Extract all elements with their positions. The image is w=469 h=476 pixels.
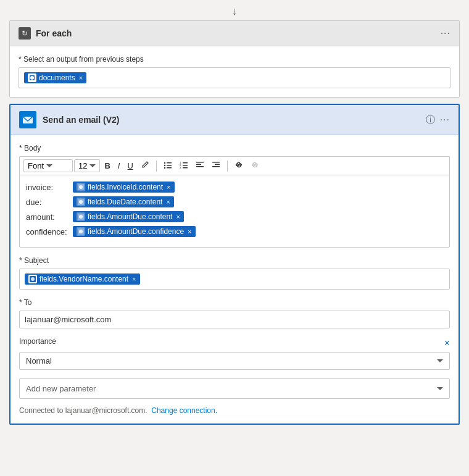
body-row-invoice: invoice: fields.InvoiceId.content ×: [26, 182, 443, 193]
documents-tag-close[interactable]: ×: [79, 74, 83, 81]
svg-point-31: [31, 277, 35, 281]
to-label: * To: [19, 298, 450, 307]
email-ellipsis-button[interactable]: ···: [440, 114, 450, 125]
select-output-input[interactable]: documents ×: [19, 67, 450, 88]
body-section: * Body Font 12 B I U: [19, 144, 450, 248]
body-row-due: due: fields.DueDate.content ×: [26, 196, 443, 207]
amount-due-tag-label: fields.AmountDue.content: [88, 212, 172, 221]
importance-value: Normal: [26, 356, 52, 365]
for-each-header: ↻ For each ···: [10, 21, 459, 46]
importance-close-button[interactable]: ×: [444, 338, 450, 349]
to-input[interactable]: [19, 311, 450, 328]
toolbar-divider-1: [156, 161, 157, 172]
subject-section: * Subject fields.VendorName.content ×: [19, 256, 450, 290]
importance-label: Importance: [19, 337, 56, 346]
confidence-tag-close[interactable]: ×: [188, 228, 191, 235]
amount-due-tag-close[interactable]: ×: [176, 213, 180, 220]
vendor-name-tag: fields.VendorName.content ×: [25, 273, 140, 285]
due-date-tag-label: fields.DueDate.content: [88, 198, 162, 206]
add-param-label: Add new parameter: [26, 384, 96, 393]
for-each-header-left: ↻ For each: [19, 27, 72, 40]
add-new-parameter-button[interactable]: Add new parameter: [19, 378, 450, 399]
pen-button[interactable]: [138, 159, 152, 172]
down-arrow-connector: ↓: [0, 0, 469, 20]
link-button[interactable]: [231, 159, 246, 172]
invoice-id-tag: fields.InvoiceId.content ×: [73, 182, 175, 193]
body-field-label: * Body: [19, 144, 450, 152]
confidence-tag-icon: [77, 227, 85, 236]
number-list-button[interactable]: 1.2.3.: [176, 159, 191, 172]
svg-rect-9: [167, 167, 172, 169]
info-button[interactable]: ⓘ: [426, 114, 435, 126]
importance-dropdown[interactable]: Normal: [19, 352, 450, 370]
font-size-chevron-icon: [89, 164, 96, 167]
vendor-name-tag-close[interactable]: ×: [132, 275, 136, 283]
svg-point-25: [79, 200, 83, 204]
unlink-button[interactable]: [247, 159, 262, 172]
svg-text:3.: 3.: [180, 166, 181, 169]
footer-connected-text: Connected to lajanuar@microsoft.com.: [19, 406, 147, 415]
documents-tag: documents ×: [24, 72, 86, 83]
for-each-title: For each: [36, 28, 72, 38]
for-each-loop-icon: ↻: [19, 27, 31, 40]
svg-point-1: [30, 76, 34, 80]
svg-rect-11: [183, 162, 188, 164]
svg-rect-5: [167, 162, 172, 164]
confidence-tag: fields.AmountDue.confidence ×: [73, 226, 196, 237]
documents-tag-label: documents: [39, 73, 75, 82]
invoice-id-tag-close[interactable]: ×: [167, 183, 170, 191]
vendor-name-tag-label: fields.VendorName.content: [39, 275, 128, 283]
down-arrow-icon: ↓: [232, 5, 238, 18]
svg-point-29: [79, 230, 83, 233]
importance-section: Importance × Normal: [19, 337, 450, 370]
svg-point-27: [79, 215, 83, 219]
email-card-header: Send an email (V2) ⓘ ···: [10, 105, 459, 135]
invoice-id-tag-label: fields.InvoiceId.content: [88, 183, 163, 191]
subject-input[interactable]: fields.VendorName.content ×: [19, 269, 450, 290]
invoice-label: invoice:: [26, 183, 69, 192]
svg-rect-19: [212, 162, 220, 163]
to-section: * To: [19, 298, 450, 328]
align-left-button[interactable]: [193, 159, 207, 172]
importance-header: Importance ×: [19, 337, 450, 349]
body-content-area[interactable]: invoice: fields.InvoiceId.content × due:: [19, 175, 450, 248]
italic-button[interactable]: I: [115, 160, 123, 172]
change-connection-link[interactable]: Change connection.: [151, 406, 217, 415]
outlook-email-icon: [19, 111, 36, 128]
align-right-button[interactable]: [209, 159, 223, 172]
amount-due-tag: fields.AmountDue.content ×: [73, 211, 184, 222]
font-label: Font: [28, 161, 44, 170]
body-row-confidence: confidence: fields.AmountDue.confidence …: [26, 226, 443, 237]
email-card-title: Send an email (V2): [43, 115, 119, 125]
for-each-card: ↻ For each ··· * Select an output from p…: [9, 20, 460, 98]
svg-rect-17: [196, 164, 201, 165]
bold-button[interactable]: B: [101, 160, 113, 172]
select-output-label: * Select an output from previous steps: [19, 55, 450, 64]
due-date-tag-icon: [77, 198, 85, 206]
confidence-label: confidence:: [26, 227, 69, 236]
svg-rect-18: [196, 166, 204, 167]
for-each-ellipsis-button[interactable]: ···: [441, 28, 450, 39]
underline-button[interactable]: U: [124, 160, 136, 172]
amount-due-tag-icon: [77, 212, 85, 221]
confidence-tag-label: fields.AmountDue.confidence: [88, 227, 184, 236]
footer-connection-info: Connected to lajanuar@microsoft.com. Cha…: [19, 406, 450, 415]
toolbar-divider-2: [227, 161, 228, 172]
email-header-right: ⓘ ···: [426, 114, 450, 126]
svg-rect-20: [215, 164, 220, 165]
send-email-card: Send an email (V2) ⓘ ··· * Body Font 12 …: [9, 104, 460, 425]
font-chevron-icon: [46, 164, 52, 167]
due-date-tag-close[interactable]: ×: [166, 198, 170, 206]
importance-chevron-icon: [437, 359, 443, 362]
add-param-chevron-icon: [437, 387, 443, 390]
vendor-name-tag-icon: [28, 275, 37, 283]
bullet-list-button[interactable]: [160, 159, 175, 172]
email-card-body: * Body Font 12 B I U: [10, 135, 459, 424]
svg-point-23: [79, 185, 83, 189]
svg-rect-13: [183, 165, 188, 166]
amount-label: amount:: [26, 212, 69, 222]
svg-rect-15: [183, 167, 188, 169]
font-size-dropdown[interactable]: 12: [74, 159, 100, 172]
body-toolbar: Font 12 B I U: [19, 156, 450, 175]
font-dropdown[interactable]: Font: [23, 159, 73, 172]
